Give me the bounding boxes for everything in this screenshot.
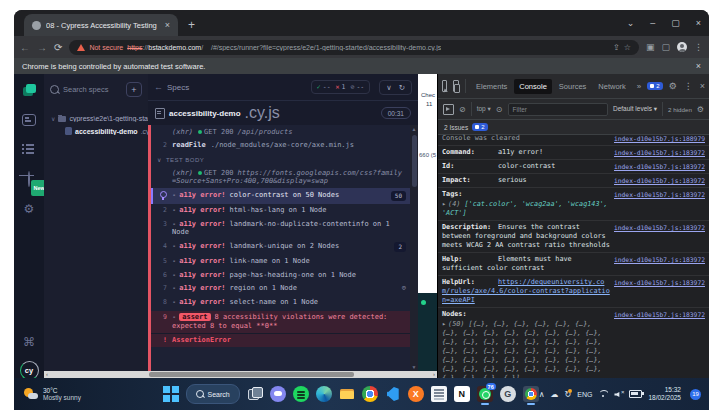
scrollbar-thumb[interactable] xyxy=(412,135,417,187)
debug-list-icon[interactable] xyxy=(22,142,36,156)
back-to-specs-icon[interactable]: ← xyxy=(154,82,163,92)
log-levels-dropdown[interactable]: Default levels ▾ xyxy=(613,105,657,113)
notification-count-badge[interactable]: 19 xyxy=(690,389,701,400)
eye-icon[interactable]: ⊙ xyxy=(402,284,406,293)
edge-icon[interactable] xyxy=(316,386,332,402)
profile-avatar[interactable] xyxy=(677,42,687,52)
search-specs-input[interactable]: Search specs xyxy=(63,85,122,94)
volume-muted-icon[interactable] xyxy=(614,390,623,398)
command-row-2[interactable]: 2readFile./node_modules/axe-core/axe.min… xyxy=(151,139,410,153)
console-row[interactable]: Help:Elements must have sufficient color… xyxy=(438,253,709,276)
bookmark-star-icon[interactable]: ☆ xyxy=(624,43,631,52)
spec-file-row[interactable]: accessibility-demo .cy.js xyxy=(65,127,148,135)
sync-icon[interactable]: ↻ xyxy=(565,390,572,399)
battery-icon[interactable] xyxy=(629,390,642,398)
source-link[interactable]: index-d10e15b7.js:183972 xyxy=(614,310,705,319)
teams-chat-icon[interactable] xyxy=(270,386,286,402)
spec-header-row[interactable]: accessibility-demo .cy.js 00:31 xyxy=(148,101,418,126)
forward-icon[interactable]: → xyxy=(37,42,47,53)
console-row[interactable]: Console was clearedindex-d10e15b7.js:188… xyxy=(438,132,709,146)
clear-console-icon[interactable]: ⊘ xyxy=(459,105,466,114)
live-expression-eye-icon[interactable]: ⊙ xyxy=(496,105,503,114)
runs-icon[interactable] xyxy=(22,114,36,126)
command-row-3[interactable]: 3-a11y error!landmark-no-duplicate-conte… xyxy=(151,217,410,239)
scroll-down-icon[interactable]: ▼ xyxy=(410,363,418,371)
specs-icon[interactable] xyxy=(22,84,36,98)
console-row[interactable]: Description:Ensures the contrast between… xyxy=(438,221,709,253)
address-bar[interactable]: Not secure https://bstackdemo.com/__/#/s… xyxy=(69,40,639,55)
taskbar-search[interactable]: Search xyxy=(186,384,240,404)
devtools-tab-elements[interactable]: Elements xyxy=(471,79,512,94)
tab-search-icon[interactable]: ⌄ xyxy=(627,18,635,28)
extensions-icon[interactable]: ▣ xyxy=(646,42,655,52)
rerun-tests-icon[interactable]: ↻ xyxy=(399,83,405,92)
source-link[interactable]: index-d10e15b7.js:183972 xyxy=(614,148,705,157)
source-link[interactable]: index-d10e15b7.js:183972 xyxy=(614,162,705,171)
devtools-settings-icon[interactable]: ⚙ xyxy=(669,81,677,91)
weather-widget[interactable]: 30°C Mostly sunny xyxy=(14,387,163,401)
devtools-tab-sources[interactable]: Sources xyxy=(554,79,592,94)
console-row[interactable]: Nodes:▸(50) [{…}, {…}, {…}, {…}, {…}, {…… xyxy=(438,308,709,378)
scroll-right-icon[interactable]: › xyxy=(431,371,437,378)
device-toolbar-icon[interactable] xyxy=(453,80,458,92)
command-row-xhr[interactable]: (xhr)GET 200/api/products xyxy=(151,125,410,139)
devtools-menu-icon[interactable]: ⋮ xyxy=(684,81,693,91)
new-tab-button[interactable]: + xyxy=(188,14,195,36)
file-explorer-icon[interactable] xyxy=(339,386,355,402)
chrome-active-icon[interactable] xyxy=(523,386,539,402)
command-row-4[interactable]: 4-a11y error!landmark-unique on 2 Nodes2 xyxy=(151,239,410,255)
devtools-tab-console[interactable]: Console xyxy=(514,79,552,94)
settings-gear-icon[interactable]: ⚙ xyxy=(22,202,36,216)
start-button-icon[interactable] xyxy=(163,386,179,402)
minimize-button[interactable]: – xyxy=(650,18,655,28)
inspect-element-icon[interactable] xyxy=(442,80,447,92)
close-button[interactable]: × xyxy=(696,18,701,28)
side-panel-icon[interactable]: ▢ xyxy=(661,42,670,52)
tray-chevron-icon[interactable]: ∧ xyxy=(539,390,545,399)
specs-breadcrumb[interactable]: Specs xyxy=(167,83,307,92)
collapse-all-icon[interactable]: ∨ xyxy=(386,83,392,92)
source-link[interactable]: index-d10e15b7.js:183972 xyxy=(614,255,705,264)
task-view-icon[interactable] xyxy=(247,386,263,402)
share-icon[interactable]: ⇪ xyxy=(613,43,620,52)
source-link[interactable]: index-d10e15b7.js:183972 xyxy=(614,223,705,232)
spotify-icon[interactable] xyxy=(293,386,309,402)
infobar-close-icon[interactable]: × xyxy=(696,61,701,71)
more-tabs-icon[interactable]: » xyxy=(637,82,641,91)
command-row-5[interactable]: 5-a11y error!link-name on 1 Node xyxy=(151,255,410,269)
command-row-7[interactable]: 7-a11y error!region on 1 Node⊙ xyxy=(151,282,410,296)
command-row-2[interactable]: 2-a11y error!html-has-lang on 1 Node xyxy=(151,204,410,218)
scroll-left-icon[interactable]: ‹ xyxy=(44,371,50,378)
vscode-icon[interactable] xyxy=(385,386,401,402)
xampp-icon[interactable]: X xyxy=(408,386,424,402)
command-row-1[interactable]: -a11y error!color-contrast on 50 Nodes50 xyxy=(151,188,410,204)
whatsapp-icon[interactable]: 76 xyxy=(477,386,493,402)
scroll-up-icon[interactable]: ▲ xyxy=(410,125,418,133)
console-row[interactable]: Command:a11y error!index-d10e15b7.js:183… xyxy=(438,146,709,160)
back-icon[interactable]: ← xyxy=(20,42,30,53)
add-spec-button[interactable]: + xyxy=(126,82,142,97)
wifi-icon[interactable] xyxy=(598,390,608,398)
source-link[interactable]: index-d10e15b7.js:183972 xyxy=(614,176,705,185)
source-link[interactable]: index-d10e15b7.js:183972 xyxy=(614,190,705,199)
issues-bubble[interactable]: 2 xyxy=(647,82,662,90)
console-row[interactable]: Id:color-contrastindex-d10e15b7.js:18397… xyxy=(438,160,709,174)
devtools-tab-network[interactable]: Network xyxy=(593,79,631,94)
clock[interactable]: 15:32 18/02/2025 xyxy=(648,386,681,402)
tab-close-icon[interactable]: × xyxy=(165,20,170,30)
browser-menu-icon[interactable]: ⋮ xyxy=(694,42,703,52)
console-row[interactable]: Tags:▸(4) ['cat.color', 'wcag2aa', 'wcag… xyxy=(438,188,709,221)
g-app-icon[interactable]: G xyxy=(500,386,516,402)
test-body-header[interactable]: ∨TEST BODY xyxy=(151,152,410,166)
reporter-scrollbar[interactable]: ▲ ▼ xyxy=(410,125,418,371)
command-row-![interactable]: !AssertionError xyxy=(151,333,410,348)
command-row-xhr[interactable]: (xhr)GET 200https://fonts.googleapis.com… xyxy=(151,166,410,188)
context-selector[interactable]: top ▾ xyxy=(477,105,491,113)
notion-icon[interactable]: N xyxy=(454,386,470,402)
reload-icon[interactable]: ⟳ xyxy=(54,42,62,53)
source-link[interactable]: index-d10e15b7.js:188979 xyxy=(614,134,705,143)
devtools-close-icon[interactable]: × xyxy=(700,81,705,91)
browser-tab[interactable]: 08 - Cypress Accessibility Testing × xyxy=(24,14,178,36)
command-row-8[interactable]: 8-a11y error!select-name on 1 Node xyxy=(151,295,410,309)
chrome-icon[interactable] xyxy=(362,386,378,402)
